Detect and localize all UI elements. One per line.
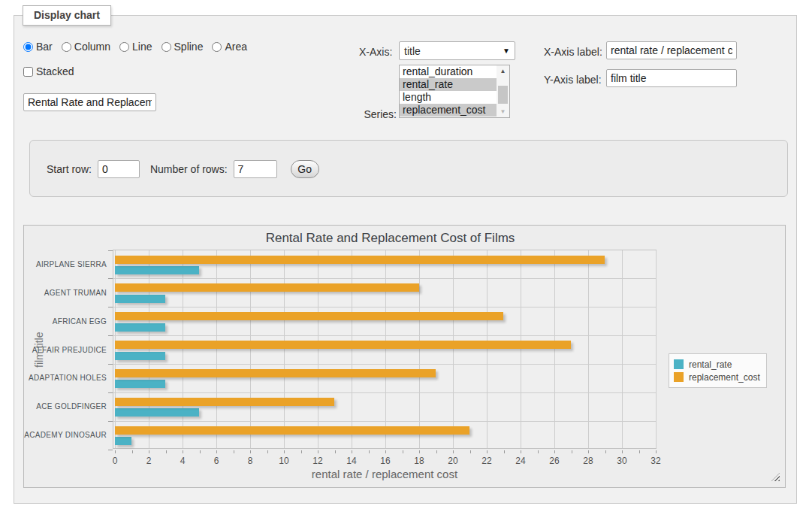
bar-rental_rate (115, 266, 199, 274)
series-option-rental_duration[interactable]: rental_duration (400, 65, 497, 78)
gridline (554, 250, 555, 448)
gridline (521, 250, 521, 448)
chart-type-option-column[interactable]: Column (62, 41, 110, 53)
resize-handle-icon[interactable] (771, 473, 780, 481)
y-tick (108, 421, 113, 422)
y-axis-label-input[interactable] (606, 69, 737, 87)
x-tick (318, 450, 318, 453)
x-tick-label: 2 (135, 456, 162, 466)
gridline (656, 250, 657, 448)
gridline (250, 250, 251, 448)
gridline (113, 307, 656, 308)
scroll-up-icon[interactable]: ▲ (497, 65, 509, 77)
x-tick (554, 450, 555, 453)
chart-type-radio-spline[interactable] (161, 42, 171, 52)
x-tick-label: 0 (101, 456, 128, 466)
x-tick-label: 26 (541, 456, 568, 466)
x-tick (605, 450, 606, 453)
x-axis-label-input[interactable] (606, 41, 737, 59)
start-row-input[interactable] (98, 160, 140, 178)
bar-replacement_cost (115, 312, 503, 320)
x-tick (301, 450, 302, 453)
chart-type-label: Area (225, 41, 247, 53)
x-tick (234, 450, 234, 453)
gridline (318, 250, 318, 448)
bar-rental_rate (115, 295, 165, 303)
go-button[interactable]: Go (291, 160, 319, 178)
series-listbox[interactable]: rental_durationrental_ratelengthreplacem… (399, 65, 510, 118)
x-tick-label: 8 (237, 456, 264, 466)
x-tick (622, 450, 623, 453)
x-tick (115, 450, 116, 453)
chart-type-option-spline[interactable]: Spline (161, 41, 204, 53)
y-tick (108, 392, 113, 393)
bar-replacement_cost (115, 341, 571, 349)
gridline (216, 250, 217, 448)
bar-rental_rate (115, 323, 165, 332)
chart-title-input[interactable] (23, 93, 156, 111)
y-tick (108, 364, 113, 365)
x-tick (572, 450, 572, 453)
legend-swatch (674, 372, 684, 382)
x-tick (166, 450, 167, 453)
gridline (284, 250, 285, 448)
fieldset-legend: Display chart (23, 5, 111, 26)
chart-type-radio-column[interactable] (62, 42, 71, 52)
bar-rental_rate (115, 380, 165, 388)
chart-x-axis-title: rental rate / replacement cost (113, 468, 657, 480)
x-tick (183, 450, 183, 453)
x-tick (403, 450, 403, 453)
gridline (588, 250, 589, 448)
category-label: AFFAIR PREJUDICE (24, 346, 107, 354)
chart-plot-area: AIRPLANE SIERRAAGENT TRUMANAFRICAN EGGAF… (113, 250, 657, 449)
chart-type-option-area[interactable]: Area (212, 41, 247, 53)
category-label: AIRPLANE SIERRA (24, 260, 107, 268)
num-rows-label: Number of rows: (150, 163, 228, 175)
gridline (115, 250, 116, 448)
chart-type-radio-area[interactable] (212, 42, 222, 52)
x-tick-label: 32 (642, 456, 669, 466)
legend-label: replacement_cost (689, 372, 760, 383)
chart-type-radio-line[interactable] (119, 42, 129, 52)
bar-rental_rate (115, 408, 199, 417)
series-option-rental_rate[interactable]: rental_rate (400, 78, 497, 91)
y-tick (108, 307, 113, 308)
dropdown-arrow-icon: ▼ (503, 47, 510, 55)
legend-swatch (674, 359, 684, 369)
x-tick-label: 12 (304, 456, 331, 466)
series-scrollbar[interactable]: ▲ ▼ (497, 65, 509, 117)
gridline (487, 250, 488, 448)
scrollbar-thumb[interactable] (498, 86, 508, 104)
x-tick-label: 30 (608, 456, 635, 466)
chart-type-label: Column (74, 41, 110, 53)
chart-type-radio-bar[interactable] (23, 42, 33, 52)
gridline (385, 250, 386, 448)
series-option-replacement_cost[interactable]: replacement_cost (400, 104, 497, 117)
x-tick (504, 450, 505, 453)
x-axis-select[interactable]: title ▼ (399, 41, 515, 60)
y-tick (108, 250, 113, 251)
legend-label: rental_rate (689, 359, 732, 370)
x-tick-label: 10 (270, 456, 297, 466)
x-tick (419, 450, 420, 453)
x-axis-label: X-Axis: (359, 46, 392, 58)
series-option-length[interactable]: length (400, 91, 497, 104)
stacked-option[interactable]: Stacked (23, 65, 74, 77)
chart-type-option-line[interactable]: Line (119, 41, 152, 53)
scroll-down-icon[interactable]: ▼ (497, 106, 509, 117)
bar-rental_rate (115, 352, 165, 360)
num-rows-input[interactable] (234, 160, 277, 178)
gridline (113, 421, 656, 422)
stacked-checkbox[interactable] (23, 67, 33, 77)
x-tick (132, 450, 133, 453)
legend-item-replacement_cost: replacement_cost (674, 371, 760, 383)
x-tick (639, 450, 640, 453)
chart-legend: rental_ratereplacement_cost (669, 353, 767, 388)
x-tick (149, 450, 149, 453)
x-tick (200, 450, 201, 453)
x-tick (470, 450, 471, 453)
x-tick-label: 24 (507, 456, 534, 466)
x-tick (385, 450, 386, 453)
chart-type-option-bar[interactable]: Bar (23, 41, 53, 53)
category-label: ACADEMY DINOSAUR (24, 431, 107, 439)
